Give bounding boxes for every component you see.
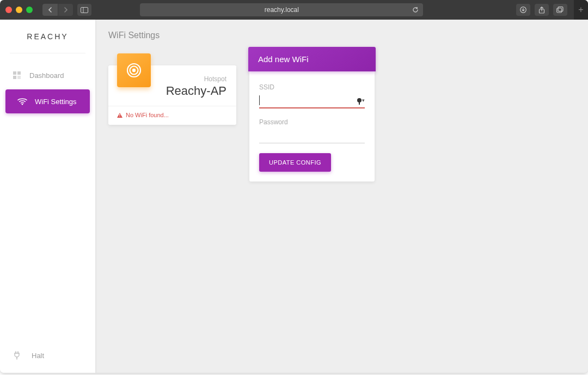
sidebar-item-halt[interactable]: Halt: [0, 351, 95, 373]
sidebar-nav: Dashboard WiFi Settings: [0, 53, 95, 116]
wifi-icon: [16, 98, 28, 105]
address-bar[interactable]: reachy.local: [140, 3, 423, 16]
text-cursor: [259, 95, 260, 105]
svg-rect-6: [13, 71, 16, 75]
hotspot-badge: [117, 53, 151, 87]
url-text: reachy.local: [265, 6, 299, 14]
svg-rect-0: [81, 7, 88, 13]
update-config-button[interactable]: UPDATE CONFIG: [259, 153, 331, 172]
key-icon: [357, 98, 362, 102]
window-controls: [5, 7, 33, 13]
main-content: WiFi Settings Hotspot Reachy-AP: [95, 20, 588, 373]
reload-button[interactable]: [412, 7, 419, 13]
brand-title: REACHY: [10, 20, 85, 53]
titlebar-right-controls: +: [516, 0, 583, 20]
share-icon: [538, 7, 545, 14]
ssid-label: SSID: [259, 83, 365, 91]
downloads-button[interactable]: [516, 4, 530, 16]
app-sidebar: REACHY Dashboard WiFi Settings: [0, 20, 95, 373]
svg-rect-9: [17, 76, 21, 79]
svg-point-10: [22, 104, 23, 105]
warning-icon: [117, 113, 122, 118]
share-button[interactable]: [535, 4, 549, 16]
svg-rect-7: [17, 71, 21, 75]
nav-back-forward: [42, 4, 73, 16]
svg-rect-5: [558, 7, 563, 11]
browser-titlebar: reachy.local +: [0, 0, 588, 20]
download-icon: [520, 7, 526, 13]
page-title: WiFi Settings: [108, 31, 575, 40]
page-viewport: REACHY Dashboard WiFi Settings: [0, 20, 588, 373]
password-input-wrap: [259, 128, 365, 143]
dashboard-icon: [11, 71, 23, 80]
sidebar-item-wifi-settings[interactable]: WiFi Settings: [5, 89, 90, 113]
ssid-input-wrap: ▾: [259, 93, 365, 108]
maximize-window-button[interactable]: [26, 7, 33, 13]
chevron-down-icon: ▾: [362, 98, 365, 103]
sidebar-toggle-button[interactable]: [77, 4, 91, 16]
plug-icon: [13, 351, 25, 360]
sidebar-item-dashboard[interactable]: Dashboard: [0, 63, 95, 87]
form-title: Add new WiFi: [248, 47, 376, 71]
add-wifi-card: Add new WiFi SSID ▾ Password: [249, 52, 375, 182]
sidebar-item-label: Dashboard: [29, 71, 64, 80]
hotspot-icon: [126, 62, 142, 78]
sidebar-item-label: WiFi Settings: [35, 98, 77, 106]
svg-rect-8: [13, 76, 16, 79]
back-button[interactable]: [42, 4, 58, 16]
password-input[interactable]: [259, 128, 355, 143]
halt-label: Halt: [32, 352, 44, 360]
new-tab-button[interactable]: +: [574, 0, 588, 20]
sidebar-icon: [81, 7, 88, 13]
ssid-input[interactable]: [259, 93, 355, 107]
forward-button[interactable]: [58, 4, 73, 16]
close-window-button[interactable]: [5, 7, 12, 13]
ssid-dropdown-trigger[interactable]: ▾: [357, 98, 365, 103]
browser-window: reachy.local + REACHY: [0, 0, 588, 373]
chevron-left-icon: [47, 7, 53, 13]
cards-row: Hotspot Reachy-AP No WiFi found... Add n…: [108, 52, 575, 182]
hotspot-status-card: Hotspot Reachy-AP No WiFi found...: [108, 65, 236, 125]
reload-icon: [412, 7, 419, 13]
warning-text: No WiFi found...: [126, 112, 169, 118]
svg-rect-4: [557, 8, 562, 13]
password-label: Password: [259, 118, 365, 126]
chevron-right-icon: [63, 7, 69, 13]
tabs-overview-button[interactable]: [553, 4, 567, 16]
minimize-window-button[interactable]: [16, 7, 22, 13]
tabs-icon: [556, 7, 564, 13]
wifi-warning: No WiFi found...: [108, 106, 236, 120]
svg-point-11: [132, 69, 136, 72]
